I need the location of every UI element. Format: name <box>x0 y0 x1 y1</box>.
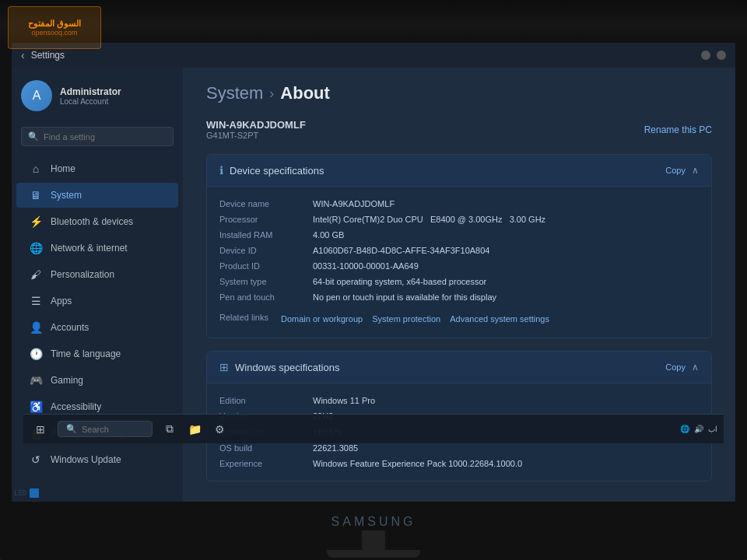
file-explorer-button[interactable]: 📁 <box>184 418 205 440</box>
spec-row-processor: Processor Intel(R) Core(TM)2 Duo CPU E84… <box>219 212 699 227</box>
pc-model: G41MT-S2PT <box>206 131 306 140</box>
network-tray-icon: 🌐 <box>680 425 689 433</box>
breadcrumb-separator: › <box>269 86 274 102</box>
advanced-system-settings-link[interactable]: Advanced system settings <box>447 313 552 325</box>
spec-row-edition: Edition Windows 11 Pro <box>219 393 699 408</box>
apps-icon: ☰ <box>29 295 43 307</box>
spec-row-device-id: Device ID A1060D67-B48D-4D8C-AFFE-34AF3F… <box>219 243 699 258</box>
page-title: About <box>280 83 330 103</box>
spec-row-pen-touch: Pen and touch No pen or touch input is a… <box>219 289 699 305</box>
nav-item-time[interactable]: 🕐 Time & language <box>16 341 178 366</box>
led-text: LED <box>14 489 26 497</box>
spec-row-system-type: System type 64-bit operating system, x64… <box>219 274 699 289</box>
volume-tray-icon: 🔊 <box>694 425 703 433</box>
spec-label: Device name <box>219 199 313 208</box>
spec-value: 4.00 GB <box>313 230 699 240</box>
header-actions: Copy ∧ <box>665 165 699 176</box>
related-links: Related links Domain or workgroup System… <box>219 305 699 328</box>
spec-row-experience: Experience Windows Feature Experience Pa… <box>219 456 699 471</box>
led-light <box>30 488 39 498</box>
search-icon: 🔍 <box>28 131 39 142</box>
spec-value: No pen or touch input is available for t… <box>313 292 699 302</box>
spec-label: Edition <box>219 396 313 405</box>
spec-label: Pen and touch <box>219 292 313 302</box>
gaming-icon: 🎮 <box>29 374 43 387</box>
task-view-button[interactable]: ⧉ <box>159 418 181 440</box>
device-specs-title: Device specifications <box>230 165 324 177</box>
spec-value: A1060D67-B48D-4D8C-AFFE-34AF3F10A804 <box>313 246 699 255</box>
title-bar: ‹ Settings <box>12 43 735 68</box>
spec-value: 22621.3085 <box>313 443 699 453</box>
spec-label: Device ID <box>219 246 313 255</box>
spec-label: Processor <box>219 215 313 224</box>
nav-item-bluetooth[interactable]: ⚡ Bluetooth & devices <box>16 209 178 234</box>
watermark-line2: opensooq.com <box>31 29 77 37</box>
settings-taskbar-button[interactable]: ⚙ <box>209 418 230 440</box>
screen: ‹ Settings A Administrator Local Account <box>12 43 735 502</box>
monitor-brand-label: SAMSUNG <box>331 515 416 529</box>
nav-item-apps[interactable]: ☰ Apps <box>16 289 178 313</box>
taskbar-search-box[interactable]: 🔍 <box>58 421 153 437</box>
user-info: Administrator Local Account <box>60 86 174 106</box>
accessibility-icon: ♿ <box>29 401 43 413</box>
monitor-stand-neck <box>362 530 385 552</box>
window-title: Settings <box>31 50 65 61</box>
system-protection-link[interactable]: System protection <box>369 313 444 325</box>
taskbar-left: ⊞ 🔍 ⧉ 📁 ⚙ <box>30 418 230 440</box>
device-specs-header: ℹ Device specifications Copy ∧ <box>207 155 711 187</box>
search-box[interactable]: 🔍 <box>21 127 174 146</box>
back-button[interactable]: ‹ <box>21 49 25 61</box>
nav-item-gaming[interactable]: 🎮 Gaming <box>16 368 178 393</box>
nav-item-network[interactable]: 🌐 Network & internet <box>16 236 178 261</box>
windows-icon: ⊞ <box>219 361 229 373</box>
spec-value: 00331-10000-00001-AA649 <box>313 261 699 271</box>
minimize-button[interactable] <box>701 51 710 60</box>
nav-item-accounts[interactable]: 👤 Accounts <box>16 315 178 340</box>
search-input[interactable] <box>44 132 167 142</box>
avatar: A <box>21 80 52 111</box>
copy-device-specs-button[interactable]: Copy <box>665 166 686 175</box>
pc-name-block: WIN-A9KADJDOMLF G41MT-S2PT <box>206 119 306 140</box>
domain-workgroup-link[interactable]: Domain or workgroup <box>278 313 366 325</box>
home-icon: ⌂ <box>29 163 43 175</box>
related-links-label: Related links <box>219 313 268 325</box>
section-title-row-win: ⊞ Windows specifications <box>219 361 339 373</box>
windows-specs-header: ⊞ Windows specifications Copy ∧ <box>207 352 711 383</box>
network-icon: 🌐 <box>29 242 43 254</box>
info-icon: ℹ <box>219 164 223 177</box>
led-indicator: LED <box>14 488 39 498</box>
spec-value: Windows 11 Pro <box>313 396 699 405</box>
user-section: A Administrator Local Account <box>12 68 183 124</box>
monitor-stand-base <box>327 550 420 558</box>
section-title-row: ℹ Device specifications <box>219 164 324 177</box>
taskbar-right: 🌐 🔊 اب <box>680 425 717 433</box>
nav-item-personalization[interactable]: 🖌 Personalization <box>16 262 178 287</box>
taskbar-time-text: اب <box>708 425 717 433</box>
spec-value: Windows Feature Experience Pack 1000.226… <box>313 459 699 468</box>
spec-label: Installed RAM <box>219 230 313 240</box>
update-icon: ↺ <box>29 453 43 466</box>
nav-item-home[interactable]: ⌂ Home <box>16 156 178 181</box>
nav-item-system[interactable]: 🖥 System <box>16 183 178 208</box>
taskbar-time: اب <box>708 425 717 433</box>
accounts-icon: 👤 <box>29 321 43 334</box>
taskbar-search-input[interactable] <box>82 425 144 434</box>
start-button[interactable]: ⊞ <box>30 418 51 440</box>
spec-row-device-name: Device name WIN-A9KADJDOMLF <box>219 196 699 212</box>
rename-pc-button[interactable]: Rename this PC <box>644 124 712 135</box>
spec-label: Product ID <box>219 261 313 271</box>
nav-item-update[interactable]: ↺ Windows Update <box>16 447 178 472</box>
spec-value: 64-bit operating system, x64-based proce… <box>313 277 699 286</box>
taskbar-search-icon: 🔍 <box>66 424 77 434</box>
user-type: Local Account <box>60 97 174 106</box>
windows-specs-title: Windows specifications <box>235 362 339 373</box>
spec-label: Experience <box>219 459 313 468</box>
spec-value: Intel(R) Core(TM)2 Duo CPU E8400 @ 3.00G… <box>313 215 699 224</box>
maximize-button[interactable] <box>717 51 726 60</box>
spec-label: System type <box>219 277 313 286</box>
spec-label: OS build <box>219 443 313 453</box>
copy-windows-specs-button[interactable]: Copy <box>665 362 686 372</box>
spec-row-product-id: Product ID 00331-10000-00001-AA649 <box>219 258 699 274</box>
user-name: Administrator <box>60 86 174 97</box>
watermark-line1: السوق المفتوح <box>28 19 81 29</box>
